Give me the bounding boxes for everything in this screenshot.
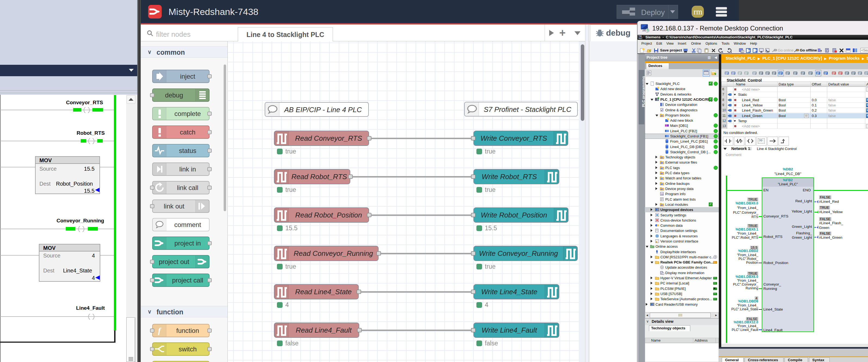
svg-text:RT: RT [767,51,770,53]
svg-text:01: 01 [741,51,743,53]
svg-text:?: ? [820,50,822,53]
svg-text:?: ? [714,256,716,258]
svg-text:?: ? [661,266,662,269]
svg-text:01: 01 [661,193,663,195]
svg-text:✔: ✔ [661,109,663,112]
